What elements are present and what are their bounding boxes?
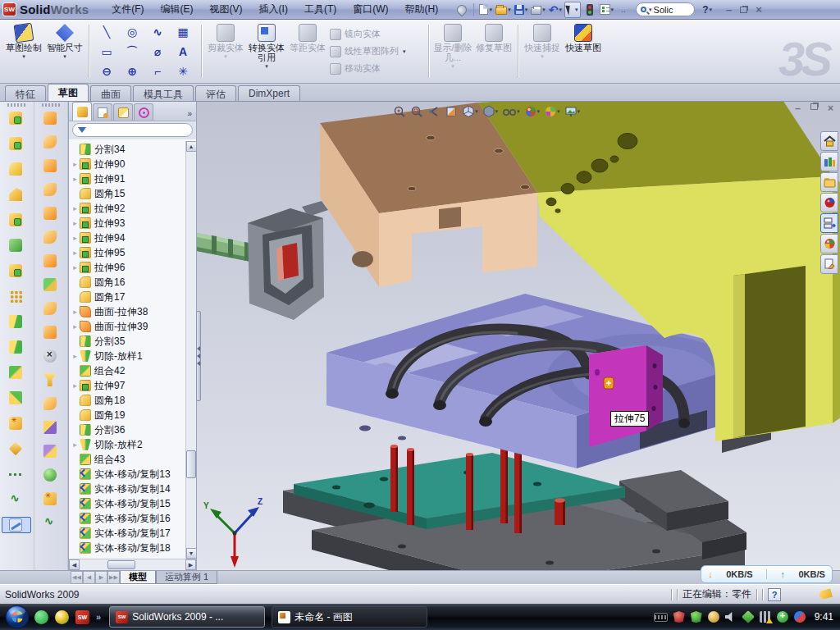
tree-vertical-scrollbar[interactable]: ▲ ▼ [185,141,196,559]
feature-tool-button[interactable] [2,110,31,126]
tag-icon[interactable] [818,588,833,600]
status-help-button[interactable]: ? [768,588,781,601]
toolbox-button[interactable] [820,193,838,212]
feature-tool-button[interactable] [2,517,31,533]
health-tray-icon[interactable] [777,611,788,623]
feature-tool-button[interactable] [2,339,31,355]
menu-item[interactable]: 工具(T) [296,0,345,19]
taskbar-clock[interactable]: 9:41 [815,611,833,623]
edit-appearance-button[interactable]: ▾ [523,104,541,119]
sketch-entity-button[interactable]: ⌀ [145,42,171,62]
tree-item[interactable]: 拉伸91 [71,171,196,186]
search-box[interactable]: ▾ [636,2,695,16]
input-method-keyboard-icon[interactable] [654,613,668,622]
surface-tool-button[interactable] [36,205,66,221]
expand-arrow-icon[interactable] [71,160,80,168]
feature-tool-button[interactable] [2,186,31,203]
linear-sketch-pattern-button[interactable]: 线性草图阵列▾ [328,44,425,59]
surface-tool-button[interactable] [36,467,66,483]
surface-tool-button[interactable] [36,158,66,174]
solidworks-resources-button[interactable] [820,131,838,151]
prev-tab-button[interactable]: ◀ [83,571,95,584]
surface-tool-button[interactable] [36,181,66,198]
tree-item[interactable]: 实体-移动/复制18 [71,541,196,555]
command-tab[interactable]: 草图 [48,84,89,101]
toolbar-overflow-button[interactable]: .. [616,2,631,18]
sketch-entity-button[interactable]: ⌒ [120,42,145,62]
tree-item[interactable]: 圆角15 [71,186,196,201]
property-manager-tab[interactable] [93,103,112,121]
menu-item[interactable]: 窗口(W) [345,0,396,19]
expand-arrow-icon[interactable] [71,249,80,257]
convert-entities-button[interactable]: 转换实体引用 ▾ [246,21,287,81]
feature-tool-button[interactable] [2,262,31,279]
feature-tool-button[interactable] [2,390,31,406]
surface-tool-button[interactable] [36,276,66,293]
tree-item[interactable]: 拉伸94 [71,231,196,245]
feature-tool-button[interactable] [2,161,31,177]
first-tab-button[interactable]: ◀◀ [71,571,83,584]
view-palette-button[interactable] [820,213,838,233]
file-explorer-button[interactable] [820,172,838,192]
surface-tool-button[interactable] [36,300,66,317]
feature-tool-button[interactable] [2,415,31,431]
sketch-entity-button[interactable]: ✳ [171,62,196,81]
tree-item[interactable]: 实体-移动/复制16 [71,511,196,526]
tree-item[interactable]: 组合42 [71,363,196,378]
tree-filter-input[interactable] [89,126,206,135]
tree-item[interactable]: 拉伸90 [71,157,196,171]
quick-launch-suite-icon[interactable] [55,610,69,624]
menu-item[interactable]: 编辑(E) [153,0,202,19]
toolbar-drag-handle[interactable] [7,103,25,107]
surface-tool-button[interactable] [36,514,66,531]
display-delete-relations-button[interactable]: 显示/删除几... ▾ [432,21,473,81]
surface-tool-button[interactable] [36,110,66,126]
network-warning-tray-icon[interactable] [760,611,771,623]
view-orientation-button[interactable]: ▾ [461,104,479,119]
quick-launch-browser-icon[interactable] [34,610,48,624]
dimxpert-manager-tab[interactable] [134,103,153,121]
tree-item[interactable]: 切除-放样1 [71,349,196,363]
hide-show-items-button[interactable]: ▾ [501,104,521,119]
feature-tool-button[interactable] [2,491,31,508]
zoom-to-area-button[interactable] [409,104,424,119]
sketch-entity-button[interactable]: ⊖ [94,62,120,81]
offset-entities-button[interactable]: 等距实体 [287,21,328,81]
command-tab[interactable]: 模具工具 [133,85,194,101]
model-insert-block[interactable] [248,201,328,320]
surface-tool-button[interactable] [36,229,66,245]
tree-item[interactable]: 分割36 [71,422,196,437]
move-entities-button[interactable]: 移动实体 [328,62,425,76]
tree-item[interactable]: 实体-移动/复制13 [71,467,196,482]
scroll-right-arrow[interactable]: ▶ [185,559,196,570]
options-button[interactable]: ▾ [599,2,615,18]
surface-tool-button[interactable] [36,348,66,364]
tree-item[interactable]: 圆角16 [71,275,196,290]
tree-item[interactable]: 拉伸92 [71,201,196,216]
motion-study-tab[interactable]: 运动算例 1 [156,571,217,584]
tree-item[interactable]: 分割35 [71,334,196,349]
antivirus-tray-icon[interactable] [673,611,685,623]
surface-tool-button[interactable] [36,395,66,412]
tree-item[interactable]: 拉伸96 [71,260,196,275]
sketch-entity-button[interactable]: A [171,42,196,62]
quick-snaps-button[interactable]: 快速捕捉 ▾ [522,21,563,81]
close-button[interactable]: × [756,6,762,14]
command-tab[interactable]: 特征 [5,85,46,101]
trim-entities-button[interactable]: 剪裁实体 ▾ [205,21,246,81]
network-speed-overlay[interactable]: ↓ 0KB/S ↑ 0KB/S [701,565,833,583]
tree-item[interactable]: 实体-移动/复制17 [71,526,196,541]
next-tab-button[interactable]: ▶ [95,571,107,584]
sketch-entity-button[interactable]: ╲ [94,22,120,42]
menu-item[interactable]: 帮助(H) [397,0,447,19]
doc-restore-button[interactable] [810,103,818,110]
command-tab[interactable]: 评估 [195,85,236,101]
tree-item[interactable]: 拉伸95 [71,245,196,260]
expand-arrow-icon[interactable] [71,322,80,331]
apply-scene-button[interactable]: ▾ [543,104,561,119]
undo-button[interactable]: ↶▾ [548,2,563,18]
menu-item[interactable]: 插入(I) [251,0,296,19]
tree-item[interactable]: 曲面-拉伸39 [71,319,196,334]
feature-tool-button[interactable] [2,135,31,152]
scroll-up-arrow[interactable]: ▲ [186,141,197,152]
